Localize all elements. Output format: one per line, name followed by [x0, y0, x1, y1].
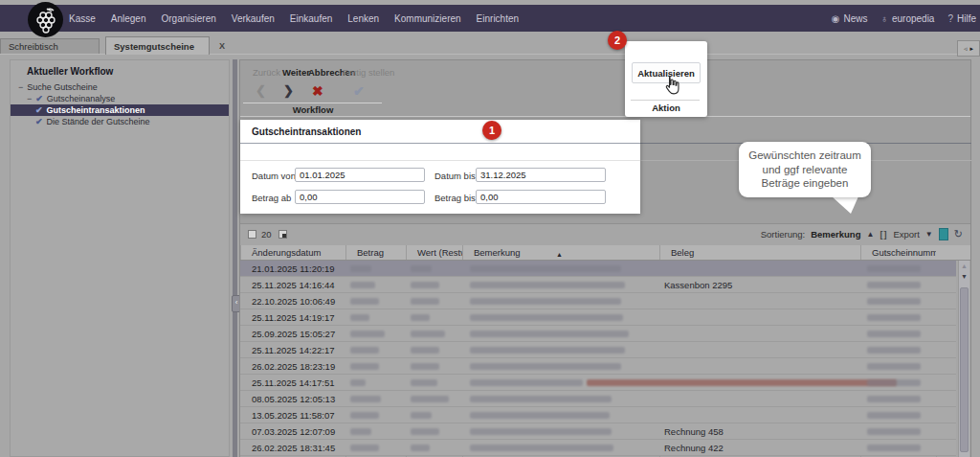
- table-row[interactable]: 13.05.2025 11:58:07: [240, 407, 956, 423]
- menu-hilfe[interactable]: ?Hilfe: [947, 13, 976, 24]
- tab-scroll-control[interactable]: ◃ ▸: [957, 40, 980, 57]
- column-header-beleg[interactable]: Beleg: [659, 245, 860, 260]
- cell-betrag-redacted: [350, 396, 381, 402]
- news-icon: ◉: [832, 13, 840, 24]
- tab-systemgutscheine[interactable]: SystemgutscheineX: [105, 36, 210, 55]
- column-header-gutscheinnummer[interactable]: Gutscheinnummer: [860, 245, 936, 260]
- collapse-minus-icon[interactable]: −: [18, 82, 23, 92]
- tab-scroll-right-icon[interactable]: ▸: [970, 45, 974, 53]
- gutscheintransaktionen-form: Gutscheintransaktionen Datum vonDatum bi…: [240, 120, 640, 214]
- cell-aenderungsdatum: 08.05.2025 12:05:13: [252, 394, 335, 404]
- table-row[interactable]: 22.10.2025 10:06:49: [240, 293, 956, 309]
- menu-item-organisieren[interactable]: Organisieren: [162, 13, 216, 24]
- callout-text-line: Beträge eingeben: [762, 176, 849, 191]
- cell-wert-redacted: [411, 412, 432, 419]
- tab-schreibtisch[interactable]: Schreibtisch: [0, 38, 100, 54]
- workflow-button-weiter[interactable]: Weiter: [282, 67, 310, 78]
- action-spotlight-panel: Aktualisieren Aktion: [625, 41, 707, 117]
- table-row[interactable]: 21.01.2025 11:20:19: [240, 261, 956, 277]
- cell-betrag-redacted: [350, 428, 371, 435]
- table-row[interactable]: 07.03.2025 12:07:09Rechnung 458: [240, 423, 956, 440]
- workflow-button-fertig-stellen: Fertig stellen: [343, 67, 394, 78]
- workflow-sidebar: Aktueller Workflow −Suche Gutscheine−✔Gu…: [10, 59, 230, 457]
- tab-close-icon[interactable]: X: [219, 41, 225, 51]
- field-input-datum-bis[interactable]: [476, 168, 606, 182]
- sort-field-value[interactable]: Bemerkung: [811, 229, 860, 240]
- action-group-label: Aktion: [625, 103, 707, 113]
- field-input-datum-von[interactable]: [295, 168, 425, 182]
- table-row[interactable]: 25.11.2025 14:16:44Kassenbon 2295: [240, 277, 956, 293]
- cell-betrag-redacted: [350, 331, 385, 337]
- europedia-icon: ♁: [880, 13, 888, 24]
- form-divider: [240, 160, 640, 161]
- tree-item-die-st-nde-der-gutscheine[interactable]: ✔Die Stände der Gutscheine: [11, 116, 229, 127]
- table-row[interactable]: 26.02.2025 18:31:45Rechnung 422: [240, 440, 956, 456]
- grid-view-icon[interactable]: [248, 230, 256, 239]
- cell-aenderungsdatum: 25.11.2025 14:17:51: [252, 377, 334, 388]
- workflow-cancel-icon[interactable]: ✖: [312, 83, 323, 99]
- column-header-betrag[interactable]: Betrag: [345, 245, 406, 260]
- tree-item-label: Die Stände der Gutscheine: [47, 117, 150, 126]
- cell-bemerkung-redacted: [470, 445, 613, 451]
- form-title-divider: [240, 143, 640, 144]
- column-config-icon[interactable]: [278, 230, 287, 239]
- main-panel: ZurückWeiterAbbrechenFertig stellen ❮ ❯ …: [239, 59, 971, 457]
- scroll-up-icon[interactable]: ▲: [959, 263, 969, 269]
- tree-item-gutscheinanalyse[interactable]: −✔Gutscheinanalyse: [11, 93, 229, 104]
- menu-europedia[interactable]: ♁europedia: [880, 13, 934, 24]
- menu-item-anlegen[interactable]: Anlegen: [111, 13, 146, 24]
- table-row[interactable]: 25.09.2025 15:05:27: [240, 326, 956, 342]
- cell-gutscheinnummer-redacted: [867, 379, 921, 386]
- table-row[interactable]: 25.11.2025 14:19:17: [240, 309, 956, 326]
- scroll-down-icon[interactable]: ▼: [959, 273, 969, 280]
- workflow-group-divider: [243, 103, 382, 103]
- menu-item-verkaufen[interactable]: Verkaufen: [232, 13, 275, 24]
- page-size-value[interactable]: 20: [261, 229, 272, 240]
- tab-scroll-left-icon[interactable]: ◃: [964, 45, 968, 53]
- workflow-tree: −Suche Gutscheine−✔Gutscheinanalyse✔Guts…: [11, 81, 229, 127]
- filter-brackets-icon[interactable]: []: [880, 230, 887, 240]
- menu-item-einkaufen[interactable]: Einkaufen: [290, 13, 332, 24]
- menu-item-kasse[interactable]: Kasse: [69, 13, 96, 24]
- scrollbar-thumb[interactable]: [960, 287, 969, 452]
- cell-gutscheinnummer-redacted: [867, 331, 921, 337]
- table-scrollbar[interactable]: ▲ ▼: [958, 261, 969, 457]
- tree-item-suche-gutscheine[interactable]: −Suche Gutscheine: [11, 81, 229, 93]
- field-input-betrag-bis[interactable]: [476, 190, 606, 204]
- menu-item-kommunizieren[interactable]: Kommunizieren: [394, 13, 460, 24]
- sort-asc-icon[interactable]: ▲: [866, 230, 874, 239]
- cell-gutscheinnummer-redacted: [867, 314, 921, 321]
- export-dropdown-icon[interactable]: ▼: [925, 230, 933, 239]
- field-label-betrag-ab: Betrag ab: [252, 193, 291, 203]
- export-label[interactable]: Export: [893, 229, 919, 240]
- workflow-next-icon[interactable]: ❯: [283, 83, 294, 98]
- table-row[interactable]: 08.05.2025 12:05:13: [240, 391, 956, 407]
- field-label-datum-bis: Datum bis: [434, 171, 476, 181]
- table-row[interactable]: 26.02.2025 18:23:19: [240, 358, 956, 375]
- cell-betrag-redacted: [350, 314, 369, 321]
- field-input-betrag-ab[interactable]: [295, 190, 425, 204]
- cell-bemerkung-redacted: [470, 282, 625, 288]
- column-header--nderungsdatum[interactable]: Änderungsdatum: [240, 245, 345, 260]
- menu-item-lenken[interactable]: Lenken: [347, 13, 379, 24]
- cell-gutscheinnummer-redacted: [867, 396, 921, 402]
- excel-export-icon[interactable]: [939, 228, 948, 240]
- table-row[interactable]: 25.11.2025 14:22:17: [240, 342, 956, 358]
- menu-news[interactable]: ◉News: [832, 13, 868, 24]
- cell-bemerkung-redacted: [470, 331, 629, 337]
- column-header-wert-restwert-[interactable]: Wert (Restwert): [406, 245, 462, 260]
- collapse-minus-icon[interactable]: −: [27, 94, 32, 103]
- column-header-bemerkung[interactable]: Bemerkung: [462, 245, 659, 260]
- cell-betrag-redacted: [350, 445, 379, 451]
- refresh-icon[interactable]: ↻: [954, 228, 963, 240]
- tree-item-gutscheintransaktionen[interactable]: ✔Gutscheintransaktionen: [11, 104, 229, 116]
- cell-bemerkung-redacted: [470, 265, 621, 272]
- app-logo-grapes-icon[interactable]: [28, 2, 63, 37]
- cell-gutscheinnummer-redacted: [867, 282, 921, 288]
- table-row[interactable]: 25.11.2025 14:17:51: [240, 375, 956, 391]
- cell-gutscheinnummer-redacted: [867, 347, 921, 354]
- menu-item-einrichten[interactable]: Einrichten: [477, 13, 519, 24]
- cell-bemerkung-redacted: [470, 347, 625, 354]
- sort-export-cluster: Sortierung: Bemerkung ▲ [] Export ▼ ↻: [761, 228, 963, 240]
- cell-wert-redacted: [411, 314, 430, 321]
